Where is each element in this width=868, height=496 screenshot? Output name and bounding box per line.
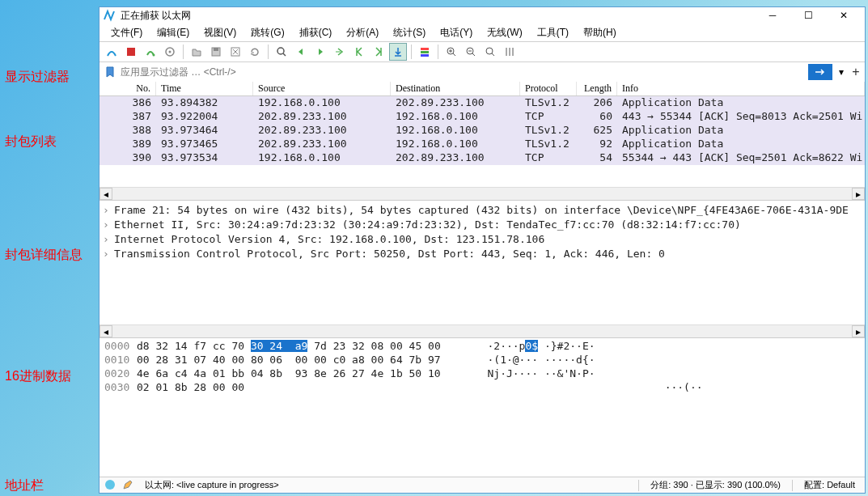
- menu-edit[interactable]: 编辑(E): [150, 24, 196, 41]
- svg-point-7: [277, 48, 284, 54]
- menu-wireless[interactable]: 无线(W): [481, 24, 528, 41]
- annotation-packetlist: 封包列表: [5, 134, 57, 150]
- close-file-button[interactable]: [227, 43, 244, 61]
- svg-rect-10: [421, 54, 429, 57]
- colorize-button[interactable]: [416, 43, 434, 61]
- start-capture-button[interactable]: [103, 43, 121, 61]
- reload-button[interactable]: [246, 43, 264, 61]
- close-button[interactable]: ✕: [826, 7, 862, 23]
- restart-capture-button[interactable]: [142, 43, 159, 61]
- packet-row[interactable]: 38893.973464202.89.233.100192.168.0.100T…: [100, 124, 865, 138]
- wireshark-window: 正在捕获 以太网 ─ ☐ ✕ 文件(F) 编辑(E) 视图(V) 跳转(G) 捕…: [99, 6, 866, 494]
- svg-point-3: [169, 51, 171, 53]
- col-no[interactable]: No.: [100, 82, 156, 95]
- svg-point-2: [166, 48, 174, 56]
- stop-capture-button[interactable]: [122, 43, 140, 61]
- filter-bar: ▾ +: [100, 62, 865, 82]
- svg-point-1: [153, 54, 155, 57]
- go-first-button[interactable]: [350, 43, 368, 61]
- svg-rect-6: [231, 48, 239, 56]
- menu-capture[interactable]: 捕获(C): [293, 24, 339, 41]
- zoom-out-button[interactable]: [462, 43, 480, 61]
- hex-row[interactable]: 0000d8 32 14 f7 cc 70 30 24 a9 7d 23 32 …: [104, 340, 860, 354]
- titlebar: 正在捕获 以太网 ─ ☐ ✕: [100, 7, 865, 23]
- menu-help[interactable]: 帮助(H): [577, 24, 623, 41]
- go-back-button[interactable]: [292, 43, 310, 61]
- svg-rect-5: [214, 48, 218, 51]
- menu-view[interactable]: 视图(V): [197, 24, 243, 41]
- menu-go[interactable]: 跳转(G): [244, 24, 290, 41]
- edit-icon[interactable]: [122, 479, 133, 492]
- annotation-filter: 显示过滤器: [5, 69, 70, 86]
- svg-point-13: [486, 48, 493, 54]
- packet-list-header: No. Time Source Destination Protocol Len…: [100, 82, 865, 96]
- statusbar: 以太网: <live capture in progress> 分组: 390 …: [100, 477, 865, 493]
- status-profile[interactable]: 配置: Default: [799, 479, 860, 491]
- save-file-button[interactable]: [207, 43, 225, 61]
- packet-row[interactable]: 38693.894382192.168.0.100202.89.233.100T…: [100, 96, 865, 110]
- col-source[interactable]: Source: [253, 82, 391, 95]
- menu-telephony[interactable]: 电话(Y): [434, 24, 479, 41]
- detail-row[interactable]: ›Frame 21: 54 bytes on wire (432 bits), …: [100, 202, 865, 217]
- hex-row[interactable]: 001000 28 31 07 40 00 80 06 00 00 c0 a8 …: [104, 354, 860, 367]
- minimize-button[interactable]: ─: [755, 7, 790, 23]
- col-destination[interactable]: Destination: [391, 82, 520, 95]
- col-info[interactable]: Info: [617, 82, 865, 95]
- menu-statistics[interactable]: 统计(S): [387, 24, 432, 41]
- col-time[interactable]: Time: [156, 82, 253, 95]
- capture-options-button[interactable]: [161, 43, 179, 61]
- hex-dump-pane[interactable]: 0000d8 32 14 f7 cc 70 30 24 a9 7d 23 32 …: [100, 337, 865, 477]
- annotation-hex: 16进制数据: [5, 368, 71, 385]
- detail-row[interactable]: ›Ethernet II, Src: 30:24:a9:7d:23:32 (30…: [100, 217, 865, 231]
- zoom-reset-button[interactable]: [481, 43, 499, 61]
- filter-history-dropdown[interactable]: ▾: [836, 64, 847, 80]
- detail-row[interactable]: ›Internet Protocol Version 4, Src: 192.1…: [100, 231, 865, 246]
- app-icon: [103, 9, 116, 22]
- display-filter-input[interactable]: [117, 65, 805, 79]
- go-to-packet-button[interactable]: [331, 43, 349, 61]
- zoom-in-button[interactable]: [442, 43, 460, 61]
- packet-list-pane[interactable]: No. Time Source Destination Protocol Len…: [100, 82, 865, 187]
- col-protocol[interactable]: Protocol: [520, 82, 577, 95]
- scroll-left-icon[interactable]: ◂: [100, 188, 112, 200]
- detail-row[interactable]: ›Transmission Control Protocol, Src Port…: [100, 246, 865, 261]
- menu-analyze[interactable]: 分析(A): [340, 24, 385, 41]
- filter-add-button[interactable]: +: [850, 64, 862, 80]
- packet-row[interactable]: 38793.922004202.89.233.100192.168.0.100T…: [100, 110, 865, 124]
- open-file-button[interactable]: [188, 43, 205, 61]
- svg-point-12: [467, 48, 473, 54]
- filter-apply-button[interactable]: [808, 64, 832, 80]
- find-packet-button[interactable]: [273, 43, 290, 61]
- annotation-details: 封包详细信息: [5, 247, 83, 264]
- toolbar: [100, 41, 865, 62]
- svg-rect-0: [127, 48, 135, 56]
- resize-columns-button[interactable]: [501, 43, 519, 61]
- filter-bookmark-icon[interactable]: [103, 65, 117, 79]
- go-forward-button[interactable]: [311, 43, 329, 61]
- status-interface: 以太网: <live capture in progress>: [140, 479, 284, 491]
- expert-info-icon[interactable]: [104, 479, 116, 492]
- details-hscroll[interactable]: ◂ ▸: [100, 324, 865, 337]
- col-length[interactable]: Length: [577, 82, 617, 95]
- hex-row[interactable]: 003002 01 8b 28 00 00 ···(··: [104, 381, 860, 395]
- packet-details-pane[interactable]: ›Frame 21: 54 bytes on wire (432 bits), …: [100, 200, 865, 324]
- scroll-left-icon[interactable]: ◂: [100, 325, 112, 337]
- go-last-button[interactable]: [370, 43, 387, 61]
- scroll-right-icon[interactable]: ▸: [852, 325, 865, 337]
- auto-scroll-button[interactable]: [389, 43, 407, 61]
- scroll-right-icon[interactable]: ▸: [852, 188, 865, 200]
- annotation-statusbar: 地址栏: [5, 477, 44, 494]
- menu-file[interactable]: 文件(F): [104, 24, 149, 41]
- packet-row[interactable]: 38993.973465202.89.233.100192.168.0.100T…: [100, 138, 865, 151]
- menubar: 文件(F) 编辑(E) 视图(V) 跳转(G) 捕获(C) 分析(A) 统计(S…: [100, 23, 865, 41]
- svg-point-14: [105, 480, 115, 490]
- menu-tools[interactable]: 工具(T): [531, 24, 575, 41]
- svg-rect-8: [421, 48, 429, 50]
- svg-rect-4: [212, 48, 220, 56]
- window-title: 正在捕获 以太网: [121, 9, 755, 23]
- hex-row[interactable]: 00204e 6a c4 4a 01 bb 04 8b 93 8e 26 27 …: [104, 367, 860, 381]
- maximize-button[interactable]: ☐: [790, 7, 826, 23]
- packet-list-hscroll[interactable]: ◂ ▸: [100, 187, 865, 200]
- packet-row[interactable]: 39093.973534192.168.0.100202.89.233.100T…: [100, 151, 865, 165]
- svg-point-11: [447, 48, 454, 54]
